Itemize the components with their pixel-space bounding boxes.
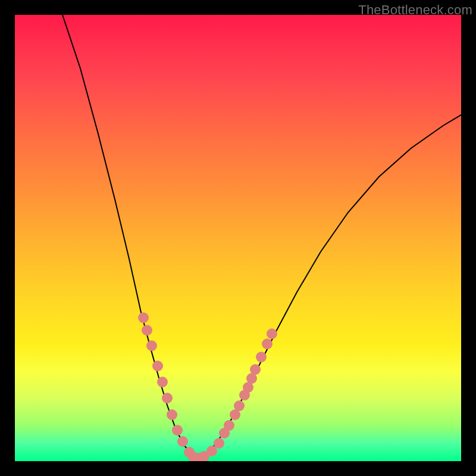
bottleneck-curve-chart: [15, 15, 461, 461]
curve-left-arm: [62, 15, 196, 458]
marker-left-5: [162, 393, 173, 403]
watermark-text: TheBottleneck.com: [358, 2, 472, 18]
marker-left-1: [142, 325, 152, 336]
curve-marker-group: [138, 312, 277, 461]
marker-right-3: [234, 400, 245, 411]
marker-right-7: [250, 364, 261, 375]
marker-right-8: [256, 352, 267, 362]
marker-right-10: [267, 328, 277, 339]
marker-left-3: [152, 361, 163, 371]
marker-valley-6: [214, 438, 224, 449]
marker-left-7: [172, 425, 183, 436]
marker-right-1: [224, 420, 234, 431]
marker-left-8: [177, 436, 188, 447]
chart-plot-area: [15, 15, 461, 461]
marker-left-6: [167, 409, 177, 420]
marker-right-9: [262, 339, 273, 349]
marker-left-0: [138, 312, 149, 323]
marker-left-4: [157, 377, 168, 387]
marker-left-2: [146, 340, 157, 351]
